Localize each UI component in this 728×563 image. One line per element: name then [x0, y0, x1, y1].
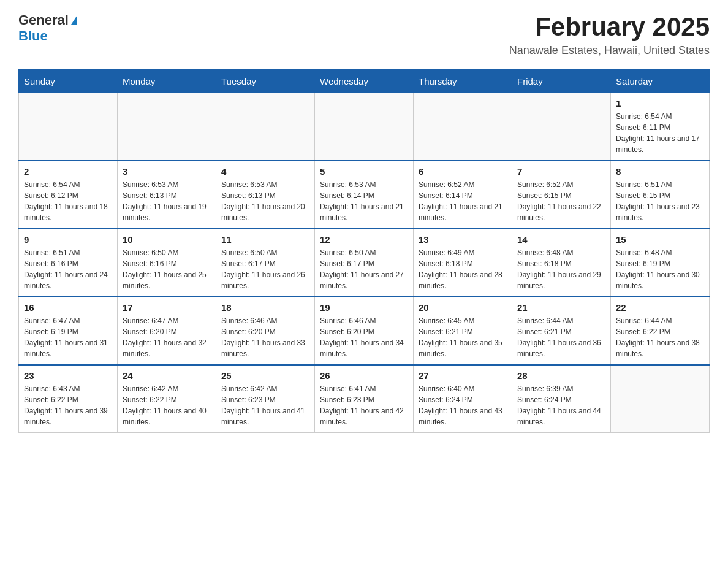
day-info: Sunrise: 6:46 AMSunset: 6:20 PMDaylight:…: [320, 315, 408, 359]
col-sunday: Sunday: [19, 70, 118, 93]
calendar-day-cell: 23Sunrise: 6:43 AMSunset: 6:22 PMDayligh…: [19, 365, 118, 433]
day-info: Sunrise: 6:46 AMSunset: 6:20 PMDaylight:…: [221, 315, 309, 359]
logo-general-text: General: [18, 12, 69, 28]
title-area: February 2025 Nanawale Estates, Hawaii, …: [509, 12, 710, 57]
calendar-day-cell: 25Sunrise: 6:42 AMSunset: 6:23 PMDayligh…: [216, 365, 315, 433]
day-number: 28: [517, 370, 605, 381]
day-info: Sunrise: 6:42 AMSunset: 6:23 PMDaylight:…: [221, 383, 309, 427]
calendar-day-cell: 15Sunrise: 6:48 AMSunset: 6:19 PMDayligh…: [611, 229, 710, 297]
day-info: Sunrise: 6:47 AMSunset: 6:19 PMDaylight:…: [24, 315, 112, 359]
col-tuesday: Tuesday: [216, 70, 315, 93]
calendar-day-cell: 1Sunrise: 6:54 AMSunset: 6:11 PMDaylight…: [611, 93, 710, 161]
calendar-day-cell: 19Sunrise: 6:46 AMSunset: 6:20 PMDayligh…: [315, 297, 414, 365]
calendar-day-cell: [19, 93, 118, 161]
day-info: Sunrise: 6:45 AMSunset: 6:21 PMDaylight:…: [419, 315, 507, 359]
day-info: Sunrise: 6:43 AMSunset: 6:22 PMDaylight:…: [24, 383, 112, 427]
day-number: 1: [616, 98, 704, 109]
day-number: 13: [419, 234, 507, 245]
day-number: 9: [24, 234, 112, 245]
day-info: Sunrise: 6:51 AMSunset: 6:16 PMDaylight:…: [24, 247, 112, 291]
day-number: 7: [517, 166, 605, 177]
day-number: 24: [123, 370, 211, 381]
calendar-day-cell: 22Sunrise: 6:44 AMSunset: 6:22 PMDayligh…: [611, 297, 710, 365]
day-info: Sunrise: 6:52 AMSunset: 6:14 PMDaylight:…: [419, 179, 507, 223]
calendar-header: Sunday Monday Tuesday Wednesday Thursday…: [19, 70, 710, 93]
calendar-table: Sunday Monday Tuesday Wednesday Thursday…: [18, 69, 710, 433]
day-number: 23: [24, 370, 112, 381]
calendar-day-cell: 6Sunrise: 6:52 AMSunset: 6:14 PMDaylight…: [414, 161, 512, 229]
day-number: 21: [517, 302, 605, 313]
calendar-day-cell: 12Sunrise: 6:50 AMSunset: 6:17 PMDayligh…: [315, 229, 414, 297]
logo: General Blue: [18, 12, 77, 44]
day-info: Sunrise: 6:53 AMSunset: 6:13 PMDaylight:…: [123, 179, 211, 223]
calendar-body: 1Sunrise: 6:54 AMSunset: 6:11 PMDaylight…: [19, 93, 710, 433]
day-info: Sunrise: 6:48 AMSunset: 6:18 PMDaylight:…: [517, 247, 605, 291]
calendar-week-row: 2Sunrise: 6:54 AMSunset: 6:12 PMDaylight…: [19, 161, 710, 229]
calendar-day-cell: [414, 93, 512, 161]
day-info: Sunrise: 6:50 AMSunset: 6:17 PMDaylight:…: [320, 247, 408, 291]
day-info: Sunrise: 6:44 AMSunset: 6:21 PMDaylight:…: [517, 315, 605, 359]
day-number: 15: [616, 234, 704, 245]
col-friday: Friday: [512, 70, 611, 93]
day-info: Sunrise: 6:54 AMSunset: 6:11 PMDaylight:…: [616, 111, 704, 155]
logo-triangle-icon: [71, 15, 77, 25]
calendar-week-row: 9Sunrise: 6:51 AMSunset: 6:16 PMDaylight…: [19, 229, 710, 297]
day-info: Sunrise: 6:53 AMSunset: 6:14 PMDaylight:…: [320, 179, 408, 223]
calendar-day-cell: [315, 93, 414, 161]
calendar-day-cell: 13Sunrise: 6:49 AMSunset: 6:18 PMDayligh…: [414, 229, 512, 297]
day-number: 4: [221, 166, 309, 177]
day-info: Sunrise: 6:47 AMSunset: 6:20 PMDaylight:…: [123, 315, 211, 359]
day-info: Sunrise: 6:42 AMSunset: 6:22 PMDaylight:…: [123, 383, 211, 427]
calendar-day-cell: 9Sunrise: 6:51 AMSunset: 6:16 PMDaylight…: [19, 229, 118, 297]
day-number: 3: [123, 166, 211, 177]
calendar-day-cell: 17Sunrise: 6:47 AMSunset: 6:20 PMDayligh…: [118, 297, 216, 365]
day-number: 2: [24, 166, 112, 177]
day-info: Sunrise: 6:54 AMSunset: 6:12 PMDaylight:…: [24, 179, 112, 223]
logo-blue-text: Blue: [18, 28, 48, 44]
day-info: Sunrise: 6:51 AMSunset: 6:15 PMDaylight:…: [616, 179, 704, 223]
calendar-day-cell: 5Sunrise: 6:53 AMSunset: 6:14 PMDaylight…: [315, 161, 414, 229]
calendar-day-cell: 28Sunrise: 6:39 AMSunset: 6:24 PMDayligh…: [512, 365, 611, 433]
col-wednesday: Wednesday: [315, 70, 414, 93]
day-number: 19: [320, 302, 408, 313]
day-number: 11: [221, 234, 309, 245]
day-number: 16: [24, 302, 112, 313]
day-number: 25: [221, 370, 309, 381]
day-info: Sunrise: 6:40 AMSunset: 6:24 PMDaylight:…: [419, 383, 507, 427]
day-number: 10: [123, 234, 211, 245]
day-info: Sunrise: 6:41 AMSunset: 6:23 PMDaylight:…: [320, 383, 408, 427]
day-info: Sunrise: 6:44 AMSunset: 6:22 PMDaylight:…: [616, 315, 704, 359]
day-number: 18: [221, 302, 309, 313]
day-info: Sunrise: 6:50 AMSunset: 6:16 PMDaylight:…: [123, 247, 211, 291]
page-header: General Blue February 2025 Nanawale Esta…: [18, 12, 710, 57]
calendar-day-cell: 27Sunrise: 6:40 AMSunset: 6:24 PMDayligh…: [414, 365, 512, 433]
calendar-day-cell: 7Sunrise: 6:52 AMSunset: 6:15 PMDaylight…: [512, 161, 611, 229]
calendar-day-cell: 26Sunrise: 6:41 AMSunset: 6:23 PMDayligh…: [315, 365, 414, 433]
day-number: 27: [419, 370, 507, 381]
calendar-day-cell: 2Sunrise: 6:54 AMSunset: 6:12 PMDaylight…: [19, 161, 118, 229]
day-number: 17: [123, 302, 211, 313]
calendar-day-cell: [611, 365, 710, 433]
calendar-day-cell: 21Sunrise: 6:44 AMSunset: 6:21 PMDayligh…: [512, 297, 611, 365]
calendar-day-cell: 14Sunrise: 6:48 AMSunset: 6:18 PMDayligh…: [512, 229, 611, 297]
calendar-week-row: 16Sunrise: 6:47 AMSunset: 6:19 PMDayligh…: [19, 297, 710, 365]
calendar-day-cell: 18Sunrise: 6:46 AMSunset: 6:20 PMDayligh…: [216, 297, 315, 365]
day-number: 20: [419, 302, 507, 313]
day-number: 26: [320, 370, 408, 381]
day-number: 14: [517, 234, 605, 245]
day-number: 5: [320, 166, 408, 177]
col-thursday: Thursday: [414, 70, 512, 93]
calendar-day-cell: [118, 93, 216, 161]
day-number: 22: [616, 302, 704, 313]
calendar-week-row: 1Sunrise: 6:54 AMSunset: 6:11 PMDaylight…: [19, 93, 710, 161]
calendar-day-cell: 16Sunrise: 6:47 AMSunset: 6:19 PMDayligh…: [19, 297, 118, 365]
calendar-day-cell: 8Sunrise: 6:51 AMSunset: 6:15 PMDaylight…: [611, 161, 710, 229]
calendar-day-cell: 11Sunrise: 6:50 AMSunset: 6:17 PMDayligh…: [216, 229, 315, 297]
col-saturday: Saturday: [611, 70, 710, 93]
calendar-day-cell: [216, 93, 315, 161]
day-info: Sunrise: 6:48 AMSunset: 6:19 PMDaylight:…: [616, 247, 704, 291]
calendar-day-cell: 10Sunrise: 6:50 AMSunset: 6:16 PMDayligh…: [118, 229, 216, 297]
weekday-header-row: Sunday Monday Tuesday Wednesday Thursday…: [19, 70, 710, 93]
day-info: Sunrise: 6:53 AMSunset: 6:13 PMDaylight:…: [221, 179, 309, 223]
calendar-day-cell: 3Sunrise: 6:53 AMSunset: 6:13 PMDaylight…: [118, 161, 216, 229]
